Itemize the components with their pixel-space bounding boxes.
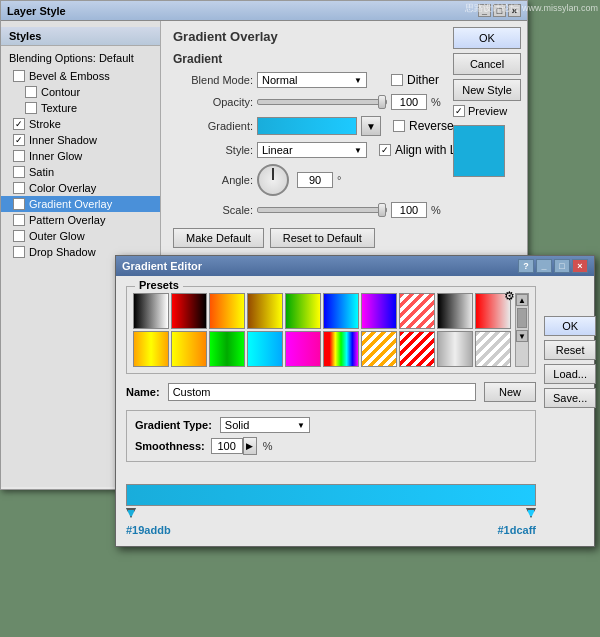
pattern-overlay-checkbox[interactable]	[13, 214, 25, 226]
gradient-main-bar[interactable]	[126, 484, 536, 506]
gradient-title-icons: ? _ □ ×	[518, 259, 588, 273]
inner-shadow-checkbox[interactable]	[13, 134, 25, 146]
sidebar-item-contour[interactable]: Contour	[1, 84, 160, 100]
styles-header: Styles	[1, 27, 160, 46]
gradient-type-dropdown[interactable]: Solid ▼	[220, 417, 310, 433]
texture-label: Texture	[41, 102, 77, 114]
reverse-checkbox[interactable]	[393, 120, 405, 132]
gradient-type-label: Gradient Type:	[135, 419, 212, 431]
scale-label: Scale:	[173, 204, 253, 216]
sidebar-item-outer-glow[interactable]: Outer Glow	[1, 228, 160, 244]
sidebar-item-pattern-overlay[interactable]: Pattern Overlay	[1, 212, 160, 228]
color-stop-left[interactable]	[126, 508, 136, 518]
style-value: Linear	[262, 144, 293, 156]
color-stop-right[interactable]	[526, 508, 536, 518]
sidebar-item-inner-glow[interactable]: Inner Glow	[1, 148, 160, 164]
style-dropdown[interactable]: Linear ▼	[257, 142, 367, 158]
preset-swatch-2[interactable]	[171, 293, 207, 329]
grad-minimize-icon[interactable]: _	[536, 259, 552, 273]
angle-input[interactable]: 90	[297, 172, 333, 188]
gradient-overlay-checkbox[interactable]	[13, 198, 25, 210]
preset-swatch-20[interactable]	[475, 331, 511, 367]
new-gradient-button[interactable]: New	[484, 382, 536, 402]
opacity-thumb[interactable]	[378, 95, 386, 109]
scroll-down-arrow[interactable]: ▼	[516, 330, 528, 342]
sidebar-item-color-overlay[interactable]: Color Overlay	[1, 180, 160, 196]
scale-input[interactable]: 100	[391, 202, 427, 218]
sidebar-item-texture[interactable]: Texture	[1, 100, 160, 116]
grad-maximize-icon[interactable]: □	[554, 259, 570, 273]
grad-close-icon[interactable]: ×	[572, 259, 588, 273]
opacity-input[interactable]: 100	[391, 94, 427, 110]
dither-checkbox[interactable]	[391, 74, 403, 86]
sidebar-item-bevel[interactable]: Bevel & Emboss	[1, 68, 160, 84]
preset-swatch-15[interactable]	[285, 331, 321, 367]
preset-swatch-13[interactable]	[209, 331, 245, 367]
angle-label: Angle:	[173, 174, 253, 186]
gradient-bar-container: ▼	[257, 116, 381, 136]
preset-swatch-19[interactable]	[437, 331, 473, 367]
new-style-button[interactable]: New Style	[453, 79, 521, 101]
gradient-dropdown-btn[interactable]: ▼	[361, 116, 381, 136]
inner-shadow-label: Inner Shadow	[29, 134, 97, 146]
preset-swatch-7[interactable]	[361, 293, 397, 329]
preset-swatch-12[interactable]	[171, 331, 207, 367]
preset-swatch-18[interactable]	[399, 331, 435, 367]
preset-swatch-3[interactable]	[209, 293, 245, 329]
contour-checkbox[interactable]	[25, 86, 37, 98]
satin-checkbox[interactable]	[13, 166, 25, 178]
gradient-save-button[interactable]: Save...	[544, 388, 596, 408]
preset-swatch-17[interactable]	[361, 331, 397, 367]
preset-swatch-4[interactable]	[247, 293, 283, 329]
preset-swatch-6[interactable]	[323, 293, 359, 329]
preview-checkbox[interactable]	[453, 105, 465, 117]
color-overlay-checkbox[interactable]	[13, 182, 25, 194]
align-layer-checkbox[interactable]	[379, 144, 391, 156]
gradient-reset-button[interactable]: Reset	[544, 340, 596, 360]
drop-shadow-checkbox[interactable]	[13, 246, 25, 258]
preset-swatch-8[interactable]	[399, 293, 435, 329]
preset-swatch-9[interactable]	[437, 293, 473, 329]
presets-gear-icon[interactable]: ⚙	[504, 289, 515, 303]
angle-unit: °	[337, 174, 341, 186]
reset-to-default-button[interactable]: Reset to Default	[270, 228, 375, 248]
reverse-label: Reverse	[409, 119, 454, 133]
blend-mode-dropdown[interactable]: Normal ▼	[257, 72, 367, 88]
window-title: Layer Style	[7, 5, 66, 17]
color-stop-right-label: #1dcaff	[497, 524, 536, 536]
sidebar-item-stroke[interactable]: Stroke	[1, 116, 160, 132]
inner-glow-checkbox[interactable]	[13, 150, 25, 162]
stroke-checkbox[interactable]	[13, 118, 25, 130]
scale-slider[interactable]	[257, 207, 387, 213]
preview-label: Preview	[468, 105, 507, 117]
scroll-thumb[interactable]	[517, 308, 527, 328]
sidebar-item-satin[interactable]: Satin	[1, 164, 160, 180]
preset-swatch-16[interactable]	[323, 331, 359, 367]
ok-button[interactable]: OK	[453, 27, 521, 49]
sidebar-item-inner-shadow[interactable]: Inner Shadow	[1, 132, 160, 148]
scroll-up-arrow[interactable]: ▲	[516, 294, 528, 306]
opacity-slider[interactable]	[257, 99, 387, 105]
angle-dial[interactable]	[257, 164, 289, 196]
preset-swatch-11[interactable]	[133, 331, 169, 367]
preset-swatch-14[interactable]	[247, 331, 283, 367]
preset-swatch-1[interactable]	[133, 293, 169, 329]
name-input[interactable]: Custom	[168, 383, 476, 401]
gradient-preview[interactable]	[257, 117, 357, 135]
outer-glow-checkbox[interactable]	[13, 230, 25, 242]
bevel-checkbox[interactable]	[13, 70, 25, 82]
preset-swatch-5[interactable]	[285, 293, 321, 329]
gradient-load-button[interactable]: Load...	[544, 364, 596, 384]
sidebar-item-gradient-overlay[interactable]: Gradient Overlay	[1, 196, 160, 212]
opacity-unit: %	[431, 96, 441, 108]
texture-checkbox[interactable]	[25, 102, 37, 114]
scale-thumb[interactable]	[378, 203, 386, 217]
cancel-button[interactable]: Cancel	[453, 53, 521, 75]
action-buttons-row: Make Default Reset to Default	[173, 228, 515, 248]
gradient-type-arrow: ▼	[297, 421, 305, 430]
grad-help-icon[interactable]: ?	[518, 259, 534, 273]
make-default-button[interactable]: Make Default	[173, 228, 264, 248]
gradient-ok-button[interactable]: OK	[544, 316, 596, 336]
smoothness-step-up[interactable]: ▶	[243, 437, 257, 455]
smoothness-input[interactable]: 100	[211, 438, 243, 454]
